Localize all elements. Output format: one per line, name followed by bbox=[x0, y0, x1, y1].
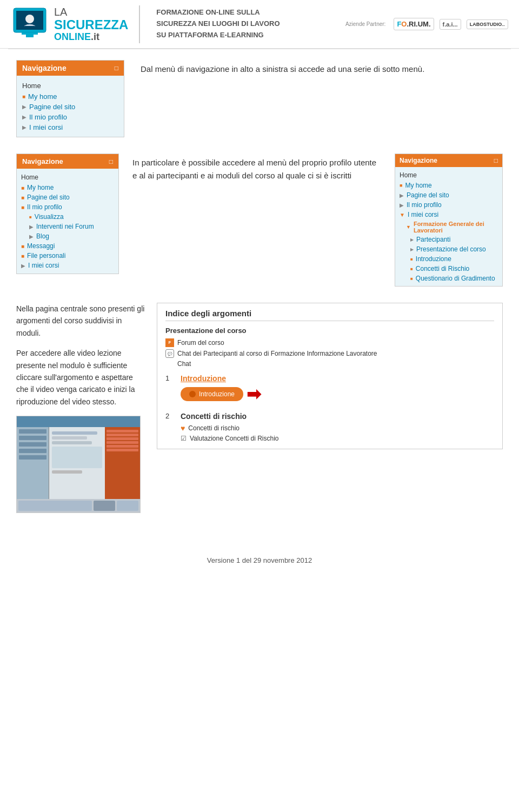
nav1-item-1-label: Pagine del sito bbox=[29, 103, 75, 111]
nav2-item-corsi[interactable]: ▶ I miei corsi bbox=[21, 261, 114, 270]
screenshot-line bbox=[52, 431, 97, 435]
nav1-item-0-label: My home bbox=[28, 92, 57, 101]
screenshot-image bbox=[16, 416, 141, 513]
nav2-item-visualizza[interactable]: ■ Visualizza bbox=[21, 212, 114, 222]
nav2-item-messaggi[interactable]: ■ Messaggi bbox=[21, 241, 114, 251]
screenshot-sidebar-item bbox=[19, 455, 46, 460]
nav3-questionario[interactable]: ■ Questionario di Gradimento bbox=[400, 274, 498, 283]
screenshot-sidebar-item bbox=[19, 442, 46, 447]
heart-icon: ♥ bbox=[181, 424, 185, 432]
screenshot-right-line bbox=[107, 430, 138, 432]
introduzione-row: Introduzione ➡ bbox=[181, 385, 261, 403]
bullet-icon: ■ bbox=[410, 257, 413, 262]
nav2-item-myhome[interactable]: ■ My home bbox=[21, 183, 114, 192]
indice-concetti-item1-label: Concetti di rischio bbox=[188, 424, 239, 432]
red-arrow-icon: ➡ bbox=[247, 385, 261, 403]
nav-widget-1-header: Navigazione □ bbox=[17, 61, 124, 76]
nav-widget-2-title: Navigazione bbox=[22, 157, 63, 165]
nav3-pagine[interactable]: ▶ Pagine del sito bbox=[400, 190, 498, 200]
nav-widget-3-toggle-icon[interactable]: □ bbox=[494, 157, 498, 164]
arrow-icon: ▶ bbox=[22, 104, 26, 110]
nav3-formazione-label: Formazione Generale dei Lavoratori bbox=[414, 221, 498, 234]
logo-sicurezza: SICUREZZA bbox=[54, 18, 128, 31]
nav2-item-file-label: File personali bbox=[27, 252, 65, 259]
header-tagline: FORMAZIONE ON-LINE SULLA SICUREZZA NEI L… bbox=[156, 7, 340, 41]
nav-widget-1-toggle-icon[interactable]: □ bbox=[115, 64, 118, 72]
nav3-profilo[interactable]: ▶ Il mio profilo bbox=[400, 200, 498, 210]
indice-concetti-item1[interactable]: ♥ Concetti di rischio bbox=[181, 423, 279, 434]
bullet-icon: ■ bbox=[410, 276, 413, 281]
nav3-profilo-label: Il mio profilo bbox=[407, 201, 442, 209]
nav3-partecipanti[interactable]: ▶ Partecipanti bbox=[400, 235, 498, 244]
nav3-partecipanti-label: Partecipanti bbox=[416, 236, 450, 243]
partner-label: Aziende Partner: bbox=[345, 21, 386, 27]
section2: Navigazione □ Home ■ My home ■ Pagine de… bbox=[16, 154, 503, 287]
footer-text: Versione 1 del 29 novembre 2012 bbox=[207, 556, 312, 564]
indice-section3-row: 2 Concetti di rischio ♥ Concetti di risc… bbox=[165, 412, 494, 443]
nav1-item-2[interactable]: ▶ Il mio profilo bbox=[22, 112, 118, 122]
svg-rect-2 bbox=[22, 32, 38, 35]
indice-section2-heading: Introduzione bbox=[181, 374, 261, 383]
indice-item-forum-label: Forum del corso bbox=[177, 339, 224, 347]
nav-widget-3-body: Home ■ My home ▶ Pagine del sito ▶ Il mi… bbox=[395, 167, 502, 286]
nav-widget-1: Navigazione □ Home ■ My home ▶ Pagine de… bbox=[16, 60, 124, 137]
indice-item-forum[interactable]: F Forum del corso bbox=[165, 337, 494, 348]
indice-item-chat-label: Chat dei Partecipanti al corso di Formaz… bbox=[177, 350, 377, 357]
arrow-icon: ▶ bbox=[400, 202, 404, 208]
nav3-concetti[interactable]: ■ Concetti di Rischio bbox=[400, 264, 498, 274]
arrow-down-icon: ▼ bbox=[406, 224, 411, 230]
indice-item-chat[interactable]: Chat bbox=[165, 359, 494, 369]
section1: Navigazione □ Home ■ My home ▶ Pagine de… bbox=[16, 60, 503, 137]
screenshot-inner bbox=[17, 416, 140, 513]
introduzione-btn-dot-icon bbox=[189, 391, 196, 397]
nav3-home: Home bbox=[400, 170, 498, 181]
screenshot-sidebar-item bbox=[19, 436, 46, 440]
arrow-icon: ▶ bbox=[410, 237, 414, 242]
bullet-icon: ■ bbox=[400, 183, 402, 188]
nav3-formazione[interactable]: ▼ Formazione Generale dei Lavoratori bbox=[400, 219, 498, 235]
indice-concetti-item2[interactable]: ☑ Valutazione Concetti di Rischio bbox=[181, 434, 279, 443]
nav1-item-0[interactable]: ■ My home bbox=[22, 91, 118, 102]
nav3-introduzione[interactable]: ■ Introduzione bbox=[400, 254, 498, 264]
indice-section2-number: 1 bbox=[165, 374, 176, 382]
nav-widget-1-body: Home ■ My home ▶ Pagine del sito ▶ Il mi… bbox=[17, 76, 124, 137]
nav2-item-profilo[interactable]: ■ Il mio profilo bbox=[21, 202, 114, 212]
indice-item-chat-partecipanti[interactable]: 💬 Chat dei Partecipanti al corso di Form… bbox=[165, 348, 494, 359]
nav3-myhome[interactable]: ■ My home bbox=[400, 181, 498, 190]
nav3-myhome-label: My home bbox=[405, 182, 431, 189]
nav1-item-3[interactable]: ▶ I miei corsi bbox=[22, 122, 118, 132]
nav1-item-1[interactable]: ▶ Pagine del sito bbox=[22, 102, 118, 112]
nav2-item-pagine[interactable]: ■ Pagine del sito bbox=[21, 192, 114, 202]
bullet-icon: ■ bbox=[29, 215, 32, 219]
screenshot-right-line bbox=[107, 445, 138, 448]
nav2-item-blog[interactable]: ▶ Blog bbox=[21, 231, 114, 241]
introduzione-btn-label: Introduzione bbox=[199, 390, 235, 398]
partner1-logo: FO.RI.UM. bbox=[394, 18, 434, 30]
section3: Nella pagina centrale sono presenti gli … bbox=[16, 303, 503, 513]
screenshot-line bbox=[52, 441, 92, 444]
forum-icon: F bbox=[165, 338, 174, 347]
screenshot-line bbox=[52, 470, 82, 474]
nav2-home: Home bbox=[21, 172, 114, 183]
section2-text: In particolare è possibile accedere al m… bbox=[132, 154, 381, 182]
nav-widget-2-body: Home ■ My home ■ Pagine del sito ■ Il mi… bbox=[17, 169, 118, 274]
nav2-item-file[interactable]: ■ File personali bbox=[21, 251, 114, 261]
introduzione-btn-wrap[interactable]: Introduzione ➡ bbox=[181, 385, 261, 403]
nav3-presentazione[interactable]: ▶ Presentazione del corso bbox=[400, 244, 498, 254]
introduzione-button[interactable]: Introduzione bbox=[181, 387, 243, 401]
nav2-item-forum[interactable]: ▶ Interventi nei Forum bbox=[21, 222, 114, 231]
nav3-corsi[interactable]: ▼ I miei corsi bbox=[400, 210, 498, 219]
nav2-item-visualizza-label: Visualizza bbox=[35, 213, 64, 221]
nav-widget-2-toggle-icon[interactable]: □ bbox=[109, 158, 113, 165]
logo-text: LA SICUREZZA ONLINE.it bbox=[54, 6, 128, 43]
nav2-item-messaggi-label: Messaggi bbox=[27, 242, 55, 250]
section3-left: Nella pagina centrale sono presenti gli … bbox=[16, 303, 146, 513]
nav1-home: Home bbox=[22, 80, 118, 91]
nav2-item-myhome-label: My home bbox=[27, 184, 54, 191]
screenshot-bottombar bbox=[17, 499, 140, 513]
arrow-icon: ▶ bbox=[410, 247, 414, 252]
arrow-down-icon: ▼ bbox=[400, 212, 405, 218]
arrow-icon: ▶ bbox=[400, 192, 404, 198]
nav3-introduzione-label: Introduzione bbox=[416, 255, 451, 263]
logo-la: LA bbox=[54, 6, 128, 18]
